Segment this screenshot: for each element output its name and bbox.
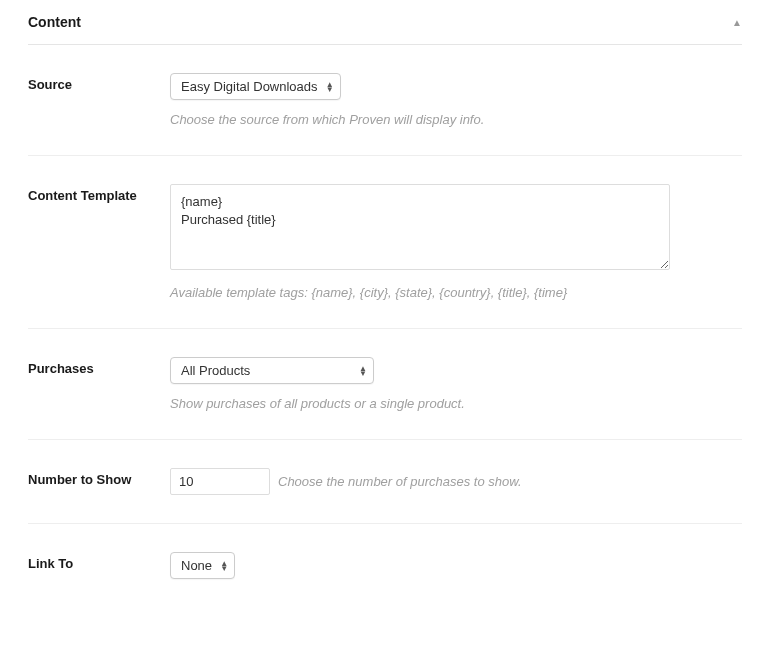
content-template-textarea[interactable] <box>170 184 670 270</box>
number-to-show-input[interactable] <box>170 468 270 495</box>
label-link-to: Link To <box>28 552 170 579</box>
collapse-arrow-icon: ▲ <box>732 17 742 28</box>
field-body-number-to-show: Choose the number of purchases to show. <box>170 468 742 495</box>
label-source: Source <box>28 73 170 127</box>
purchases-helper: Show purchases of all products or a sing… <box>170 396 742 411</box>
field-content-template: Content Template Available template tags… <box>28 156 742 329</box>
chevron-up-down-icon: ▲▼ <box>359 366 367 376</box>
purchases-select[interactable]: All Products ▲▼ <box>170 357 374 384</box>
field-number-to-show: Number to Show Choose the number of purc… <box>28 440 742 524</box>
label-number-to-show: Number to Show <box>28 468 170 495</box>
number-to-show-helper: Choose the number of purchases to show. <box>278 474 522 489</box>
field-body-content-template: Available template tags: {name}, {city},… <box>170 184 742 300</box>
field-link-to: Link To None ▲▼ <box>28 524 742 607</box>
chevron-up-down-icon: ▲▼ <box>220 561 228 571</box>
source-select-value: Easy Digital Downloads <box>181 79 318 94</box>
panel-title: Content <box>28 14 81 30</box>
panel-header[interactable]: Content ▲ <box>28 0 742 45</box>
label-content-template: Content Template <box>28 184 170 300</box>
field-body-link-to: None ▲▼ <box>170 552 742 579</box>
content-template-helper: Available template tags: {name}, {city},… <box>170 285 742 300</box>
link-to-select-value: None <box>181 558 212 573</box>
field-body-purchases: All Products ▲▼ Show purchases of all pr… <box>170 357 742 411</box>
field-purchases: Purchases All Products ▲▼ Show purchases… <box>28 329 742 440</box>
label-purchases: Purchases <box>28 357 170 411</box>
field-body-source: Easy Digital Downloads ▲▼ Choose the sou… <box>170 73 742 127</box>
link-to-select[interactable]: None ▲▼ <box>170 552 235 579</box>
source-select[interactable]: Easy Digital Downloads ▲▼ <box>170 73 341 100</box>
content-panel: Content ▲ Source Easy Digital Downloads … <box>0 0 770 607</box>
chevron-up-down-icon: ▲▼ <box>326 82 334 92</box>
source-helper: Choose the source from which Proven will… <box>170 112 742 127</box>
field-source: Source Easy Digital Downloads ▲▼ Choose … <box>28 45 742 156</box>
purchases-select-value: All Products <box>181 363 250 378</box>
